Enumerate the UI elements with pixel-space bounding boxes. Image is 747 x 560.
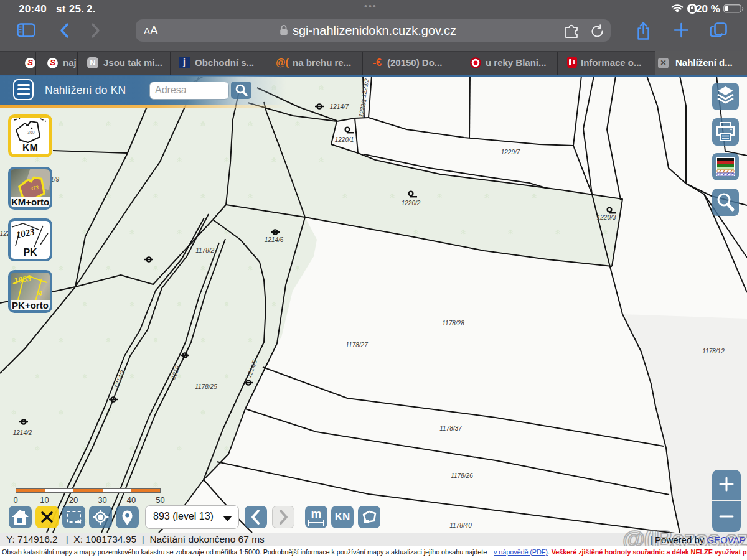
svg-text:360: 360	[27, 130, 35, 134]
svg-text:1178/28: 1178/28	[442, 320, 464, 327]
svg-text:1178/25: 1178/25	[195, 383, 217, 390]
svg-text:1220/2: 1220/2	[402, 200, 421, 207]
svg-text:1178/40: 1178/40	[449, 522, 472, 529]
svg-text:1214/6: 1214/6	[265, 236, 284, 243]
svg-text:1214/7: 1214/7	[330, 103, 349, 110]
svg-text:1220/1: 1220/1	[335, 136, 354, 143]
svg-text:1178/12: 1178/12	[702, 348, 725, 355]
svg-text:1214/2: 1214/2	[13, 429, 32, 436]
svg-text:1178/37: 1178/37	[439, 425, 462, 432]
svg-text:1178/27: 1178/27	[195, 247, 218, 254]
svg-text:4: 4	[38, 289, 42, 298]
svg-text:1023: 1023	[15, 226, 35, 240]
svg-text:1178/26: 1178/26	[451, 472, 473, 479]
svg-text:1178/27: 1178/27	[345, 342, 368, 348]
svg-text:1220/3: 1220/3	[597, 214, 616, 221]
svg-text:1229/7: 1229/7	[501, 149, 520, 156]
svg-text:1083: 1083	[13, 273, 32, 286]
